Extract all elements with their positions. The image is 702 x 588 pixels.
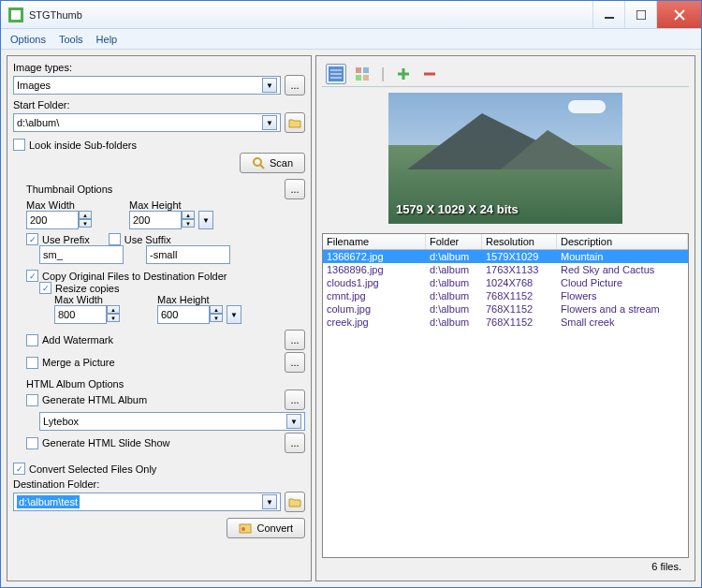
spin-down-icon[interactable]: ▼	[182, 219, 195, 228]
svg-rect-8	[240, 524, 251, 533]
merge-picture-label: Merge a Picture	[42, 357, 115, 368]
copy-max-width-label: Max Width	[54, 294, 120, 305]
app-icon	[8, 7, 23, 22]
preset-dropdown-button[interactable]: ▼	[227, 305, 241, 324]
look-inside-label: Look inside Sub-folders	[29, 140, 137, 151]
col-folder[interactable]: Folder	[426, 234, 482, 249]
copy-max-width-input[interactable]	[54, 305, 107, 324]
copy-original-checkbox[interactable]: ✓	[26, 270, 38, 282]
minimize-button[interactable]	[592, 1, 624, 28]
destination-browse-button[interactable]	[285, 492, 305, 512]
view-details-button[interactable]	[326, 64, 346, 84]
image-types-label: Image types:	[13, 62, 305, 73]
chevron-down-icon: ▼	[262, 78, 277, 93]
scan-button[interactable]: Scan	[240, 153, 305, 173]
table-row[interactable]: cmnt.jpgd:\album768X1152Flowers	[323, 289, 688, 302]
svg-rect-15	[363, 67, 369, 73]
max-height-label: Max Height	[129, 199, 213, 211]
menu-help[interactable]: Help	[96, 34, 118, 45]
close-button[interactable]	[656, 1, 701, 28]
look-inside-checkbox[interactable]	[13, 139, 25, 151]
generate-album-checkbox[interactable]	[26, 394, 38, 406]
resize-copies-label: Resize copies	[55, 283, 119, 294]
spin-up-icon[interactable]: ▲	[182, 211, 195, 219]
merge-picture-checkbox[interactable]	[26, 357, 38, 369]
svg-point-9	[241, 527, 245, 531]
generate-slideshow-label: Generate HTML Slide Show	[42, 437, 170, 448]
resize-copies-checkbox[interactable]: ✓	[39, 282, 51, 294]
view-thumbnails-button[interactable]	[352, 64, 373, 84]
table-row[interactable]: 1368896.jpgd:\album1763X1133Red Sky and …	[323, 263, 688, 276]
thumbnail-options-header: Thumbnail Options	[26, 184, 112, 195]
album-more-button[interactable]: ...	[285, 390, 305, 410]
add-watermark-checkbox[interactable]	[26, 334, 38, 346]
table-row[interactable]: 1368672.jpgd:\album1579X1029Mountain	[323, 250, 688, 263]
window-title: STGThumb	[29, 9, 592, 21]
options-panel: Image types: Images▼ ... Start Folder: d…	[7, 55, 312, 581]
image-types-select[interactable]: Images▼	[13, 76, 281, 95]
titlebar: STGThumb	[1, 1, 701, 29]
svg-rect-3	[636, 10, 646, 20]
maximize-button[interactable]	[624, 1, 656, 28]
app-window: STGThumb Options Tools Help Image types:…	[0, 0, 702, 588]
album-style-select[interactable]: Lytebox▼	[39, 412, 305, 431]
menu-tools[interactable]: Tools	[59, 34, 83, 45]
table-row[interactable]: creek.jpgd:\album768X1152Small creek	[323, 316, 688, 329]
svg-rect-16	[356, 75, 361, 81]
col-resolution[interactable]: Resolution	[482, 234, 557, 249]
html-options-header: HTML Album Options	[26, 378, 305, 390]
copy-original-label: Copy Original Files to Destination Folde…	[42, 271, 227, 282]
max-height-input[interactable]	[129, 211, 182, 229]
thumbnail-options-group: Thumbnail Options ... Max Width ▲▼ Max H…	[26, 179, 305, 264]
suffix-input[interactable]	[146, 245, 230, 264]
generate-slideshow-checkbox[interactable]	[26, 437, 38, 449]
table-row[interactable]: colum.jpgd:\album768X1152Flowers and a s…	[323, 302, 688, 316]
thumbnail-options-more-button[interactable]: ...	[285, 179, 305, 199]
slideshow-more-button[interactable]: ...	[285, 433, 305, 453]
use-suffix-label: Use Suffix	[124, 234, 171, 245]
col-description[interactable]: Description	[557, 234, 688, 249]
convert-button[interactable]: Convert	[227, 518, 305, 538]
image-preview: 1579 X 1029 X 24 bits	[388, 93, 622, 224]
spin-up-icon[interactable]: ▲	[79, 211, 92, 219]
spin-down-icon[interactable]: ▼	[79, 219, 92, 228]
watermark-more-button[interactable]: ...	[285, 330, 305, 350]
use-prefix-label: Use Prefix	[42, 234, 90, 245]
svg-rect-14	[356, 67, 361, 73]
generate-album-label: Generate HTML Album	[42, 394, 147, 405]
svg-rect-2	[605, 17, 614, 19]
svg-line-7	[260, 165, 264, 169]
destination-folder-label: Destination Folder:	[13, 478, 305, 490]
image-types-browse-button[interactable]: ...	[285, 75, 305, 96]
start-folder-browse-button[interactable]	[285, 112, 305, 133]
use-prefix-checkbox[interactable]: ✓	[26, 233, 38, 245]
convert-selected-label: Convert Selected Files Only	[29, 463, 156, 475]
file-list[interactable]: Filename Folder Resolution Description 1…	[322, 233, 689, 558]
destination-folder-select[interactable]: d:\album\test▼	[13, 492, 281, 511]
max-width-input[interactable]	[26, 211, 79, 229]
file-list-header: Filename Folder Resolution Description	[323, 234, 688, 250]
menubar: Options Tools Help	[1, 29, 701, 50]
table-row[interactable]: clouds1.jpgd:\album1024X768Cloud Picture	[323, 276, 688, 289]
add-button[interactable]	[393, 64, 414, 84]
start-folder-label: Start Folder:	[13, 99, 305, 110]
prefix-input[interactable]	[39, 245, 124, 264]
max-width-label: Max Width	[26, 199, 92, 211]
start-folder-select[interactable]: d:\album\▼	[13, 113, 281, 132]
menu-options[interactable]: Options	[10, 34, 46, 45]
svg-rect-1	[11, 10, 21, 20]
view-toolbar: |	[322, 62, 689, 87]
preview-panel: | 1579 X 1029 X 24 bits Filename Folder …	[315, 55, 695, 581]
col-filename[interactable]: Filename	[323, 234, 426, 249]
copy-max-height-input[interactable]	[157, 305, 210, 324]
chevron-down-icon: ▼	[262, 115, 277, 130]
copy-max-height-label: Max Height	[157, 294, 241, 305]
convert-selected-checkbox[interactable]: ✓	[13, 463, 25, 475]
use-suffix-checkbox[interactable]	[109, 233, 121, 245]
preset-dropdown-button[interactable]: ▼	[198, 211, 213, 229]
preview-dimensions: 1579 X 1029 X 24 bits	[396, 202, 519, 216]
merge-more-button[interactable]: ...	[285, 352, 305, 373]
status-text: 6 files.	[322, 558, 689, 575]
remove-button[interactable]	[419, 64, 440, 84]
svg-point-6	[254, 158, 261, 166]
